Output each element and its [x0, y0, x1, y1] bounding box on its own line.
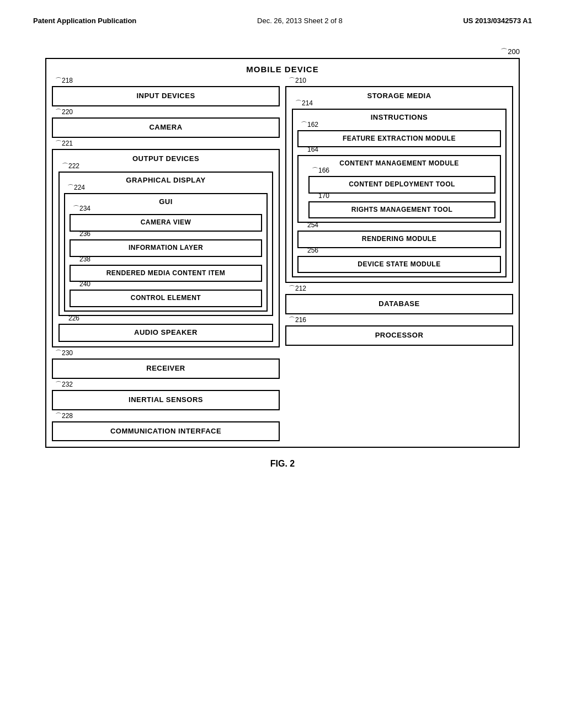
ref-234: ⌒234 — [73, 204, 90, 213]
camera-block: CAMERA — [52, 117, 280, 138]
ref-256: ⌒256 — [301, 246, 318, 255]
ref-162: ⌒162 — [301, 120, 318, 130]
output-devices-block: OUTPUT DEVICES ⌒222 GRAPHICAL DISPLAY ⌒2… — [52, 149, 280, 347]
processor-block: PROCESSOR — [285, 325, 513, 346]
ref-240: ⌒240 — [73, 280, 90, 289]
camera-wrapper: ⌒220 CAMERA — [52, 117, 280, 138]
device-state-wrapper: ⌒256 DEVICE STATE MODULE — [297, 256, 501, 274]
content-management-wrapper: ⌒164 CONTENT MANAGEMENT MODULE ⌒166 — [297, 155, 501, 223]
device-state-label: DEVICE STATE MODULE — [303, 260, 495, 269]
rendering-module-label: RENDERING MODULE — [303, 235, 495, 244]
ref-222: ⌒222 — [62, 162, 79, 171]
audio-speaker-wrapper: ⌒226 AUDIO SPEAKER — [58, 324, 273, 342]
ref-218: ⌒218 — [55, 76, 73, 85]
instructions-block: INSTRUCTIONS ⌒162 FEATURE EXTRACTION MOD… — [292, 109, 507, 277]
storage-media-block: STORAGE MEDIA ⌒214 INSTRUCTIONS ⌒162 — [285, 86, 513, 283]
ref-216: ⌒216 — [289, 315, 306, 325]
mobile-device-box: MOBILE DEVICE ⌒218 INPUT DEVICES ⌒220 — [45, 58, 520, 448]
control-element-wrapper: ⌒240 CONTROL ELEMENT — [70, 290, 262, 307]
audio-speaker-block: AUDIO SPEAKER — [58, 324, 273, 342]
input-devices-label: INPUT DEVICES — [58, 92, 273, 101]
gui-label: GUI — [70, 197, 262, 207]
header-center: Dec. 26, 2013 Sheet 2 of 8 — [257, 17, 343, 25]
content-management-block: CONTENT MANAGEMENT MODULE ⌒166 CONTENT D… — [297, 155, 501, 223]
header-left: Patent Application Publication — [33, 17, 136, 25]
processor-label: PROCESSOR — [292, 331, 507, 340]
receiver-block: RECEIVER — [52, 358, 280, 379]
database-label: DATABASE — [292, 299, 507, 309]
ref-166: ⌒166 — [312, 166, 329, 175]
ref-224: ⌒224 — [67, 183, 85, 192]
ref-232: ⌒232 — [55, 380, 73, 389]
inertial-sensors-wrapper: ⌒232 INERTIAL SENSORS — [52, 390, 280, 410]
graphical-display-wrapper: ⌒222 GRAPHICAL DISPLAY ⌒224 GUI — [58, 172, 273, 316]
content-deployment-label: CONTENT DEPLOYMENT TOOL — [314, 180, 490, 189]
receiver-label: RECEIVER — [58, 364, 273, 373]
processor-wrapper: ⌒216 PROCESSOR — [285, 325, 513, 346]
right-column: ⌒210 STORAGE MEDIA ⌒214 INSTRUCTIONS — [285, 78, 513, 441]
ref-212: ⌒212 — [289, 284, 306, 293]
graphical-display-block: GRAPHICAL DISPLAY ⌒224 GUI — [58, 172, 273, 316]
content-management-label: CONTENT MANAGEMENT MODULE — [303, 159, 495, 168]
instructions-wrapper: ⌒214 INSTRUCTIONS ⌒162 FEATURE EXTRACTIO… — [292, 109, 507, 277]
camera-view-block: CAMERA VIEW — [70, 214, 262, 232]
input-devices-block: INPUT DEVICES — [52, 86, 280, 106]
feature-extraction-wrapper: ⌒162 FEATURE EXTRACTION MODULE — [297, 130, 501, 148]
ref-214: ⌒214 — [295, 99, 313, 108]
receiver-wrapper: ⌒230 RECEIVER — [52, 358, 280, 379]
gui-block: GUI ⌒234 CAMERA VIEW — [64, 193, 268, 312]
left-column: ⌒218 INPUT DEVICES ⌒220 CAMERA — [52, 78, 280, 441]
info-layer-block: INFORMATION LAYER — [70, 239, 262, 257]
ref-254: ⌒254 — [301, 221, 318, 230]
header-right: US 2013/0342573 A1 — [463, 17, 532, 25]
comm-interface-label: COMMUNICATION INTERFACE — [58, 427, 273, 436]
ref-228: ⌒228 — [55, 411, 73, 421]
graphical-display-label: GRAPHICAL DISPLAY — [64, 176, 268, 185]
gui-wrapper: ⌒224 GUI ⌒234 CAMERA VIEW — [64, 193, 268, 312]
info-layer-label: INFORMATION LAYER — [75, 244, 257, 253]
feature-extraction-block: FEATURE EXTRACTION MODULE — [297, 130, 501, 148]
control-element-block: CONTROL ELEMENT — [70, 290, 262, 307]
camera-label: CAMERA — [58, 123, 273, 132]
page: Patent Application Publication Dec. 26, … — [0, 0, 565, 728]
rights-management-wrapper: ⌒170 RIGHTS MANAGEMENT TOOL — [308, 201, 495, 219]
camera-view-wrapper: ⌒234 CAMERA VIEW — [70, 214, 262, 232]
page-header: Patent Application Publication Dec. 26, … — [33, 17, 532, 25]
device-state-block: DEVICE STATE MODULE — [297, 256, 501, 274]
storage-media-label: STORAGE MEDIA — [292, 92, 507, 101]
ref-210: ⌒210 — [289, 76, 306, 85]
rendering-module-wrapper: ⌒254 RENDERING MODULE — [297, 231, 501, 248]
output-devices-label: OUTPUT DEVICES — [58, 154, 273, 164]
fig-label: FIG. 2 — [45, 459, 520, 469]
comm-interface-block: COMMUNICATION INTERFACE — [52, 421, 280, 442]
database-block: DATABASE — [285, 294, 513, 314]
ref-221: ⌒221 — [55, 139, 73, 148]
mobile-device-title: MOBILE DEVICE — [52, 65, 513, 74]
ref-238: ⌒238 — [73, 255, 90, 264]
audio-speaker-label: AUDIO SPEAKER — [64, 328, 268, 338]
rendered-media-wrapper: ⌒238 RENDERED MEDIA CONTENT ITEM — [70, 265, 262, 282]
rights-management-label: RIGHTS MANAGEMENT TOOL — [314, 206, 490, 215]
input-devices-wrapper: ⌒218 INPUT DEVICES — [52, 86, 280, 106]
ref-170: ⌒170 — [312, 191, 329, 201]
rendered-media-label: RENDERED MEDIA CONTENT ITEM — [75, 269, 257, 278]
ref-226: ⌒226 — [62, 314, 79, 323]
ref-236: ⌒236 — [73, 229, 90, 239]
ref-200: ⌒200 — [500, 47, 520, 56]
diagram-container: ⌒200 MOBILE DEVICE ⌒218 INPUT DEVICES — [45, 47, 520, 469]
camera-view-label: CAMERA VIEW — [75, 218, 257, 227]
inertial-sensors-block: INERTIAL SENSORS — [52, 390, 280, 410]
database-wrapper: ⌒212 DATABASE — [285, 294, 513, 314]
info-layer-wrapper: ⌒236 INFORMATION LAYER — [70, 239, 262, 257]
comm-interface-wrapper: ⌒228 COMMUNICATION INTERFACE — [52, 421, 280, 442]
ref-230: ⌒230 — [55, 349, 73, 358]
ref-164: ⌒164 — [301, 145, 318, 154]
two-column-layout: ⌒218 INPUT DEVICES ⌒220 CAMERA — [52, 78, 513, 441]
instructions-label: INSTRUCTIONS — [297, 113, 501, 122]
rendering-module-block: RENDERING MODULE — [297, 231, 501, 248]
content-deployment-block: CONTENT DEPLOYMENT TOOL — [308, 176, 495, 194]
rights-management-block: RIGHTS MANAGEMENT TOOL — [308, 201, 495, 219]
content-deployment-wrapper: ⌒166 CONTENT DEPLOYMENT TOOL — [308, 176, 495, 194]
ref-220: ⌒220 — [55, 108, 73, 117]
storage-media-wrapper: ⌒210 STORAGE MEDIA ⌒214 INSTRUCTIONS — [285, 86, 513, 283]
